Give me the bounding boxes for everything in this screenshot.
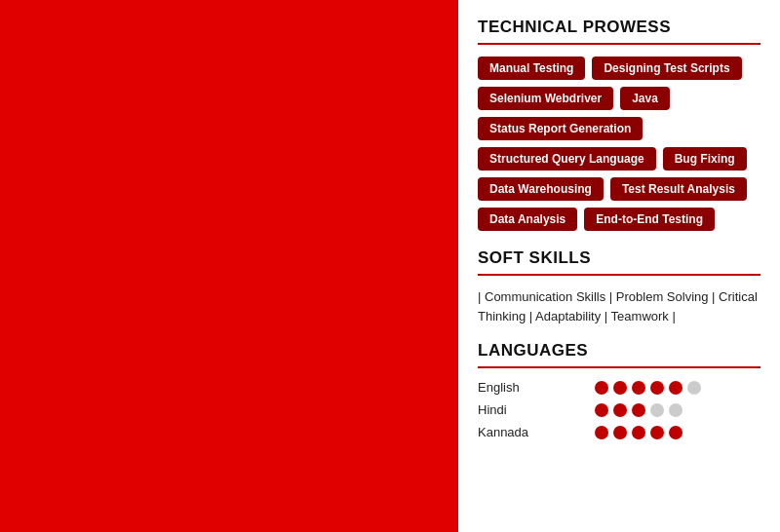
dot-empty [687,381,701,395]
skill-tag: Structured Query Language [478,147,656,171]
technical-section: TECHNICAL PROWESS Manual TestingDesignin… [478,18,760,231]
language-row: Kannada [478,425,760,439]
right-panel: TECHNICAL PROWESS Manual TestingDesignin… [458,0,780,532]
dot-filled [632,403,645,417]
skill-tag: Bug Fixing [663,147,747,171]
dots-container [595,426,682,439]
soft-skills-divider [478,274,760,276]
dot-filled [650,381,664,395]
dot-filled [669,381,682,395]
skills-container: Manual TestingDesigning Test ScriptsSele… [478,57,760,231]
dot-filled [595,426,608,439]
dots-container [595,403,682,417]
languages-section: LANGUAGES EnglishHindiKannada [478,341,760,439]
dot-filled [613,403,627,417]
dot-filled [632,426,645,439]
language-name: Hindi [478,402,595,417]
languages-divider [478,366,760,368]
dot-filled [650,426,664,439]
dot-filled [595,403,608,417]
skill-tag: Test Result Analysis [610,177,747,201]
languages-title: LANGUAGES [478,341,760,361]
skill-tag: Data Warehousing [478,177,604,201]
skill-tag: End-to-End Testing [584,208,715,231]
language-row: English [478,380,760,395]
skill-tag: Java [620,87,670,110]
dot-filled [595,381,608,395]
skill-tag: Designing Test Scripts [592,57,741,80]
skill-tag: Selenium Webdriver [478,87,613,110]
dot-filled [613,426,627,439]
language-name: English [478,380,595,395]
soft-skills-title: SOFT SKILLS [478,248,760,268]
dots-container [595,381,701,395]
skill-tag: Data Analysis [478,208,577,231]
dot-filled [669,426,682,439]
language-name: Kannada [478,425,595,439]
dot-empty [669,403,682,417]
dot-empty [650,403,664,417]
skill-tag: Status Report Generation [478,117,643,140]
soft-skills-text: | Communication Skills | Problem Solving… [478,287,760,325]
soft-skills-section: SOFT SKILLS | Communication Skills | Pro… [478,248,760,325]
dot-filled [632,381,645,395]
language-rows: EnglishHindiKannada [478,380,760,439]
dot-filled [613,381,627,395]
technical-divider [478,43,760,45]
skill-tag: Manual Testing [478,57,585,80]
technical-title: TECHNICAL PROWESS [478,18,760,37]
language-row: Hindi [478,402,760,417]
left-panel [0,0,458,532]
